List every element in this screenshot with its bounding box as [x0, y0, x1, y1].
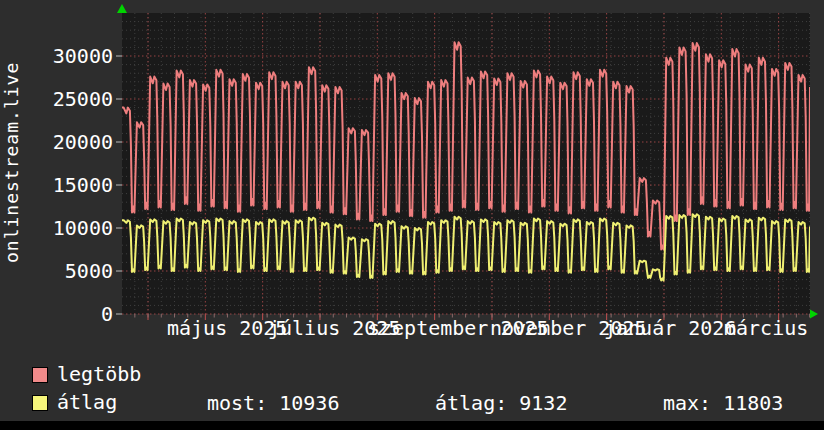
- y-tick-label: 0: [5, 303, 113, 325]
- x-axis-arrow-icon: [810, 310, 818, 319]
- legtobb-color-swatch: [32, 367, 48, 383]
- legend-label: átlag: [57, 391, 117, 413]
- y-tick-label: 5000: [5, 260, 113, 282]
- graph-screen: onlinestream.live 3000025000200001500010…: [0, 0, 824, 430]
- y-tick-label: 25000: [5, 88, 113, 110]
- y-tick-label: 20000: [5, 131, 113, 153]
- y-tick-label: 10000: [5, 217, 113, 239]
- y-tick-label: 30000: [5, 45, 113, 67]
- stat-max: max: 11803: [663, 392, 783, 414]
- stat-tlag: átlag: 9132: [435, 392, 567, 414]
- y-axis-arrow-icon: [117, 4, 127, 13]
- x-tick-label: január 2026: [604, 317, 736, 339]
- x-tick-label: március: [724, 317, 808, 339]
- atlag-color-swatch: [32, 395, 48, 411]
- footer-bar: [0, 421, 824, 430]
- legend-label: legtöbb: [57, 363, 141, 385]
- stat-most: most: 10936: [207, 392, 339, 414]
- y-tick-label: 15000: [5, 174, 113, 196]
